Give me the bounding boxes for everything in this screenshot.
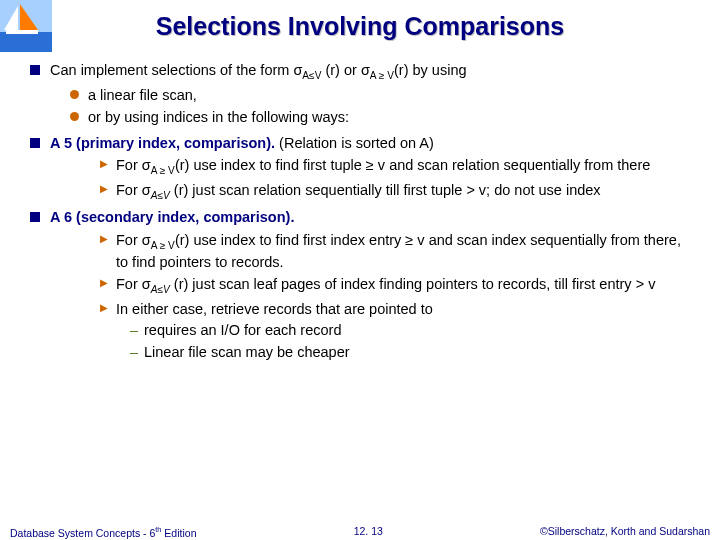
bullet-2: A 5 (primary index, comparison). (Relati… [30,134,690,154]
slide-title: Selections Involving Comparisons [0,0,720,41]
footer-left: Database System Concepts - 6th Edition [10,525,196,539]
bullet-2b: For σA≤V (r) just scan relation sequenti… [100,181,690,203]
bullet-2a: For σA ≥ V(r) use index to find first tu… [100,156,690,178]
slide-content: Can implement selections of the form σA≤… [0,41,720,362]
slide-footer: Database System Concepts - 6th Edition 1… [0,524,720,539]
bullet-1a: a linear file scan, [70,86,690,106]
footer-right: ©Silberschatz, Korth and Sudarshan [540,525,710,539]
bullet-3c1: requires an I/O for each record [130,321,690,341]
footer-center: 12. 13 [354,525,383,539]
bullet-3: A 6 (secondary index, comparison). [30,208,690,228]
svg-rect-4 [6,30,38,34]
bullet-3c: In either case, retrieve records that ar… [100,300,690,320]
bullet-1b: or by using indices in the following way… [70,108,690,128]
bullet-3b: For σA≤V (r) just scan leaf pages of ind… [100,275,690,297]
sailboat-logo [0,0,52,52]
bullet-3a: For σA ≥ V(r) use index to find first in… [100,231,690,272]
svg-rect-1 [0,32,52,52]
bullet-1: Can implement selections of the form σA≤… [30,61,690,83]
bullet-3c2: Linear file scan may be cheaper [130,343,690,363]
